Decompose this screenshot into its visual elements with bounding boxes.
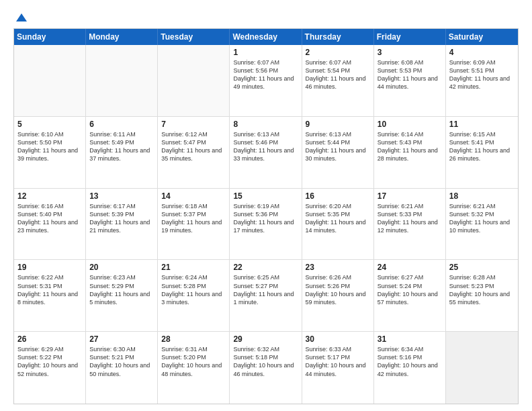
day-number: 2 xyxy=(306,48,370,57)
day-number: 5 xyxy=(17,120,82,129)
calendar-cell: 4Sunrise: 6:09 AM Sunset: 5:51 PM Daylig… xyxy=(446,45,518,116)
cell-text: Sunrise: 6:22 AM Sunset: 5:31 PM Dayligh… xyxy=(17,273,82,306)
calendar-cell: 7Sunrise: 6:12 AM Sunset: 5:47 PM Daylig… xyxy=(158,117,230,188)
calendar-cell: 21Sunrise: 6:24 AM Sunset: 5:28 PM Dayli… xyxy=(158,260,230,331)
header-day-wednesday: Wednesday xyxy=(230,29,302,45)
calendar-body: 1Sunrise: 6:07 AM Sunset: 5:56 PM Daylig… xyxy=(14,45,518,404)
header-day-friday: Friday xyxy=(374,29,446,45)
calendar-cell: 16Sunrise: 6:20 AM Sunset: 5:35 PM Dayli… xyxy=(302,189,374,260)
cell-text: Sunrise: 6:27 AM Sunset: 5:24 PM Dayligh… xyxy=(378,273,442,306)
cell-text: Sunrise: 6:12 AM Sunset: 5:47 PM Dayligh… xyxy=(161,130,226,163)
calendar-cell: 6Sunrise: 6:11 AM Sunset: 5:49 PM Daylig… xyxy=(86,117,158,188)
cell-text: Sunrise: 6:34 AM Sunset: 5:16 PM Dayligh… xyxy=(378,345,442,378)
calendar-cell: 18Sunrise: 6:21 AM Sunset: 5:32 PM Dayli… xyxy=(446,189,518,260)
logo-text xyxy=(13,11,28,24)
calendar-cell: 11Sunrise: 6:15 AM Sunset: 5:41 PM Dayli… xyxy=(446,117,518,188)
day-number: 14 xyxy=(161,191,226,201)
cell-text: Sunrise: 6:08 AM Sunset: 5:53 PM Dayligh… xyxy=(378,58,442,91)
calendar-cell: 5Sunrise: 6:10 AM Sunset: 5:50 PM Daylig… xyxy=(14,117,86,188)
cell-text: Sunrise: 6:25 AM Sunset: 5:27 PM Dayligh… xyxy=(233,273,298,306)
header-day-thursday: Thursday xyxy=(302,29,374,45)
header xyxy=(13,11,519,21)
cell-text: Sunrise: 6:33 AM Sunset: 5:17 PM Dayligh… xyxy=(306,345,370,378)
day-number: 7 xyxy=(161,120,226,129)
calendar-cell: 2Sunrise: 6:07 AM Sunset: 5:54 PM Daylig… xyxy=(302,45,374,116)
day-number: 19 xyxy=(17,263,82,272)
page: SundayMondayTuesdayWednesdayThursdayFrid… xyxy=(0,0,532,411)
calendar-row-1: 1Sunrise: 6:07 AM Sunset: 5:56 PM Daylig… xyxy=(14,45,518,117)
day-number: 21 xyxy=(161,263,226,272)
cell-text: Sunrise: 6:16 AM Sunset: 5:40 PM Dayligh… xyxy=(17,202,82,235)
day-number: 9 xyxy=(306,120,370,129)
logo xyxy=(13,11,28,21)
calendar-cell: 26Sunrise: 6:29 AM Sunset: 5:22 PM Dayli… xyxy=(14,332,86,404)
cell-text: Sunrise: 6:20 AM Sunset: 5:35 PM Dayligh… xyxy=(306,202,370,235)
calendar-cell: 24Sunrise: 6:27 AM Sunset: 5:24 PM Dayli… xyxy=(374,260,446,331)
day-number: 18 xyxy=(449,191,515,201)
day-number: 13 xyxy=(89,191,154,201)
day-number: 4 xyxy=(449,48,515,57)
svg-marker-0 xyxy=(16,13,27,21)
day-number: 3 xyxy=(378,48,442,57)
day-number: 25 xyxy=(449,263,515,272)
calendar-cell: 17Sunrise: 6:21 AM Sunset: 5:33 PM Dayli… xyxy=(374,189,446,260)
cell-text: Sunrise: 6:31 AM Sunset: 5:20 PM Dayligh… xyxy=(161,345,226,378)
cell-text: Sunrise: 6:07 AM Sunset: 5:54 PM Dayligh… xyxy=(306,58,370,91)
day-number: 20 xyxy=(89,263,154,272)
day-number: 1 xyxy=(233,48,298,57)
calendar-cell xyxy=(86,45,158,116)
calendar-cell: 1Sunrise: 6:07 AM Sunset: 5:56 PM Daylig… xyxy=(230,45,302,116)
calendar-row-2: 5Sunrise: 6:10 AM Sunset: 5:50 PM Daylig… xyxy=(14,117,518,189)
calendar-cell xyxy=(158,45,230,116)
day-number: 15 xyxy=(233,191,298,201)
calendar-cell: 10Sunrise: 6:14 AM Sunset: 5:43 PM Dayli… xyxy=(374,117,446,188)
calendar-header: SundayMondayTuesdayWednesdayThursdayFrid… xyxy=(14,29,518,45)
cell-text: Sunrise: 6:23 AM Sunset: 5:29 PM Dayligh… xyxy=(89,273,154,306)
cell-text: Sunrise: 6:26 AM Sunset: 5:26 PM Dayligh… xyxy=(306,273,370,306)
day-number: 29 xyxy=(233,334,298,344)
day-number: 8 xyxy=(233,120,298,129)
cell-text: Sunrise: 6:21 AM Sunset: 5:32 PM Dayligh… xyxy=(449,202,515,235)
cell-text: Sunrise: 6:18 AM Sunset: 5:37 PM Dayligh… xyxy=(161,202,226,235)
day-number: 16 xyxy=(306,191,370,201)
day-number: 10 xyxy=(378,120,442,129)
day-number: 22 xyxy=(233,263,298,272)
day-number: 28 xyxy=(161,334,226,344)
calendar-cell xyxy=(14,45,86,116)
calendar-cell: 22Sunrise: 6:25 AM Sunset: 5:27 PM Dayli… xyxy=(230,260,302,331)
day-number: 11 xyxy=(449,120,515,129)
day-number: 24 xyxy=(378,263,442,272)
day-number: 12 xyxy=(17,191,82,201)
day-number: 26 xyxy=(17,334,82,344)
cell-text: Sunrise: 6:24 AM Sunset: 5:28 PM Dayligh… xyxy=(161,273,226,306)
calendar-cell: 3Sunrise: 6:08 AM Sunset: 5:53 PM Daylig… xyxy=(374,45,446,116)
cell-text: Sunrise: 6:32 AM Sunset: 5:18 PM Dayligh… xyxy=(233,345,298,378)
cell-text: Sunrise: 6:15 AM Sunset: 5:41 PM Dayligh… xyxy=(449,130,515,163)
day-number: 31 xyxy=(378,334,442,344)
calendar-cell: 19Sunrise: 6:22 AM Sunset: 5:31 PM Dayli… xyxy=(14,260,86,331)
calendar-cell xyxy=(446,332,518,404)
calendar-row-5: 26Sunrise: 6:29 AM Sunset: 5:22 PM Dayli… xyxy=(14,332,518,404)
calendar-cell: 25Sunrise: 6:28 AM Sunset: 5:23 PM Dayli… xyxy=(446,260,518,331)
header-day-saturday: Saturday xyxy=(446,29,518,45)
calendar-row-4: 19Sunrise: 6:22 AM Sunset: 5:31 PM Dayli… xyxy=(14,260,518,332)
header-day-tuesday: Tuesday xyxy=(158,29,230,45)
day-number: 30 xyxy=(306,334,370,344)
day-number: 17 xyxy=(378,191,442,201)
calendar-cell: 29Sunrise: 6:32 AM Sunset: 5:18 PM Dayli… xyxy=(230,332,302,404)
cell-text: Sunrise: 6:11 AM Sunset: 5:49 PM Dayligh… xyxy=(89,130,154,163)
cell-text: Sunrise: 6:14 AM Sunset: 5:43 PM Dayligh… xyxy=(378,130,442,163)
calendar: SundayMondayTuesdayWednesdayThursdayFrid… xyxy=(13,28,519,404)
calendar-cell: 15Sunrise: 6:19 AM Sunset: 5:36 PM Dayli… xyxy=(230,189,302,260)
cell-text: Sunrise: 6:13 AM Sunset: 5:46 PM Dayligh… xyxy=(233,130,298,163)
cell-text: Sunrise: 6:19 AM Sunset: 5:36 PM Dayligh… xyxy=(233,202,298,235)
calendar-cell: 20Sunrise: 6:23 AM Sunset: 5:29 PM Dayli… xyxy=(86,260,158,331)
calendar-row-3: 12Sunrise: 6:16 AM Sunset: 5:40 PM Dayli… xyxy=(14,189,518,261)
calendar-cell: 27Sunrise: 6:30 AM Sunset: 5:21 PM Dayli… xyxy=(86,332,158,404)
calendar-cell: 12Sunrise: 6:16 AM Sunset: 5:40 PM Dayli… xyxy=(14,189,86,260)
calendar-cell: 30Sunrise: 6:33 AM Sunset: 5:17 PM Dayli… xyxy=(302,332,374,404)
header-day-sunday: Sunday xyxy=(14,29,86,45)
day-number: 27 xyxy=(89,334,154,344)
calendar-cell: 14Sunrise: 6:18 AM Sunset: 5:37 PM Dayli… xyxy=(158,189,230,260)
cell-text: Sunrise: 6:09 AM Sunset: 5:51 PM Dayligh… xyxy=(449,58,515,91)
